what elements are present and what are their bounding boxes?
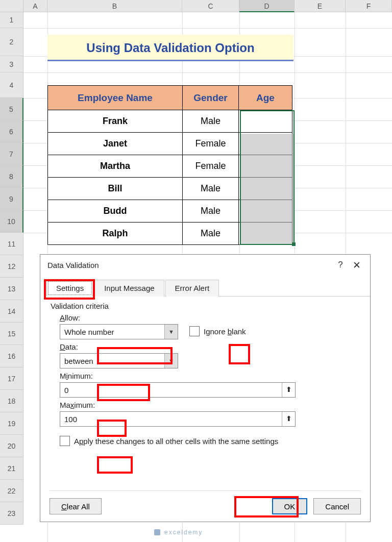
clear-all-button[interactable]: Clear All	[50, 498, 102, 514]
data-validation-dialog: Data Validation ? ✕ Settings Input Messa…	[40, 254, 371, 522]
col-header-a[interactable]: A	[23, 0, 47, 12]
allow-label: Allow:	[60, 313, 361, 322]
cell-age[interactable]	[239, 178, 292, 200]
table-row: BillMale	[48, 178, 292, 200]
col-header-c[interactable]: C	[182, 0, 239, 12]
row-header-14[interactable]: 14	[0, 300, 23, 323]
svg-rect-0	[154, 529, 160, 535]
maximum-label: Maximum:	[60, 401, 361, 409]
cell-age[interactable]	[239, 133, 292, 155]
table-row: RalphMale	[48, 223, 292, 245]
maximum-value: 100	[60, 415, 282, 424]
checkbox-icon	[189, 326, 200, 336]
row-header-23[interactable]: 23	[0, 502, 23, 525]
data-label: Data:	[60, 342, 361, 351]
minimum-input[interactable]: 0 ⬆	[60, 382, 296, 398]
watermark-icon	[153, 528, 161, 536]
table-header-row: Employee Name Gender Age	[48, 86, 292, 110]
row-header-6[interactable]: 6	[0, 120, 23, 143]
dialog-body: Validation criteria Allow: Whole number …	[40, 297, 370, 446]
maximum-input[interactable]: 100 ⬆	[60, 411, 296, 427]
chevron-down-icon[interactable]: ▼	[164, 325, 178, 339]
close-icon[interactable]: ✕	[349, 259, 365, 271]
header-gender[interactable]: Gender	[183, 86, 239, 110]
cell-age[interactable]	[239, 110, 292, 133]
dialog-titlebar[interactable]: Data Validation ? ✕	[40, 255, 370, 275]
ok-button[interactable]: OK	[272, 498, 308, 514]
row-header-20[interactable]: 20	[0, 435, 23, 457]
cell-name[interactable]: Ralph	[48, 223, 183, 245]
tab-error-alert[interactable]: Error Alert	[165, 280, 219, 297]
row-header-5[interactable]: 5	[0, 98, 23, 120]
table-row: FrankMale	[48, 110, 292, 133]
cell-name[interactable]: Janet	[48, 133, 183, 155]
column-headers: A B C D E F	[0, 0, 392, 12]
apply-all-row[interactable]: Apply these changes to all other cells w…	[60, 436, 361, 446]
dialog-tabs: Settings Input Message Error Alert	[46, 279, 370, 297]
cell-gender[interactable]: Male	[183, 223, 239, 245]
col-header-d[interactable]: D	[239, 0, 295, 12]
col-header-f[interactable]: F	[346, 0, 392, 12]
tab-settings[interactable]: Settings	[46, 280, 93, 297]
row-header-9[interactable]: 9	[0, 188, 23, 210]
cell-gender[interactable]: Male	[183, 178, 239, 200]
row-header-12[interactable]: 12	[0, 255, 23, 278]
col-header-e[interactable]: E	[295, 0, 346, 12]
cell-age[interactable]	[239, 155, 292, 178]
cell-name[interactable]: Bill	[48, 178, 183, 200]
row-header-15[interactable]: 15	[0, 323, 23, 345]
dialog-buttons: Clear All OK Cancel	[50, 490, 361, 514]
cell-gender[interactable]: Male	[183, 110, 239, 133]
cell-gender[interactable]: Male	[183, 200, 239, 223]
table-row: BuddMale	[48, 200, 292, 223]
dialog-title: Data Validation	[47, 261, 332, 269]
row-header-22[interactable]: 22	[0, 480, 23, 502]
range-select-icon[interactable]: ⬆	[282, 383, 295, 397]
data-value: between	[60, 357, 164, 365]
row-header-18[interactable]: 18	[0, 390, 23, 412]
select-all-corner[interactable]	[0, 0, 23, 12]
chevron-down-icon[interactable]: ▼	[164, 354, 178, 368]
header-age[interactable]: Age	[239, 86, 292, 110]
row-header-17[interactable]: 17	[0, 367, 23, 390]
row-header-1[interactable]: 1	[0, 12, 23, 28]
cell-gender[interactable]: Female	[183, 155, 239, 178]
row-headers: 1 2 3 4 5 6 7 8 9 10 11 12 13 14 15 16 1…	[0, 12, 23, 525]
tab-input-message[interactable]: Input Message	[94, 280, 164, 297]
data-dropdown[interactable]: between ▼	[60, 353, 178, 368]
spreadsheet: A B C D E F 1 2 3 4 5 6 7 8 9 10 11 12 1…	[0, 0, 392, 12]
cell-age[interactable]	[239, 223, 292, 245]
row-header-11[interactable]: 11	[0, 233, 23, 255]
cell-age[interactable]	[239, 200, 292, 223]
row-header-21[interactable]: 21	[0, 457, 23, 480]
cell-name[interactable]: Budd	[48, 200, 183, 223]
range-select-icon[interactable]: ⬆	[282, 412, 295, 426]
employee-table: Employee Name Gender Age FrankMale Janet…	[47, 85, 292, 245]
row-header-19[interactable]: 19	[0, 412, 23, 435]
row-header-10[interactable]: 10	[0, 210, 23, 233]
ignore-blank-label: Ignore blank	[204, 327, 246, 336]
row-header-7[interactable]: 7	[0, 143, 23, 165]
ignore-blank-checkbox[interactable]: Ignore blank	[189, 326, 246, 336]
row-header-2[interactable]: 2	[0, 28, 23, 56]
cancel-button[interactable]: Cancel	[313, 498, 361, 514]
apply-all-label: Apply these changes to all other cells w…	[74, 437, 278, 446]
checkbox-icon	[60, 436, 70, 446]
row-header-13[interactable]: 13	[0, 278, 23, 300]
minimum-label: Minimum:	[60, 372, 361, 380]
table-row: MarthaFemale	[48, 155, 292, 178]
header-name[interactable]: Employee Name	[48, 86, 183, 110]
row-header-16[interactable]: 16	[0, 345, 23, 367]
allow-dropdown[interactable]: Whole number ▼	[60, 324, 178, 339]
row-header-3[interactable]: 3	[0, 56, 23, 72]
row-header-4[interactable]: 4	[0, 72, 23, 98]
cell-name[interactable]: Martha	[48, 155, 183, 178]
allow-value: Whole number	[60, 328, 164, 336]
help-icon[interactable]: ?	[332, 260, 349, 270]
row-header-8[interactable]: 8	[0, 165, 23, 188]
cell-gender[interactable]: Female	[183, 133, 239, 155]
cell-name[interactable]: Frank	[48, 110, 183, 133]
col-header-b[interactable]: B	[47, 0, 182, 12]
criteria-label: Validation criteria	[51, 302, 361, 310]
page-title: Using Data Validation Option	[47, 35, 293, 61]
